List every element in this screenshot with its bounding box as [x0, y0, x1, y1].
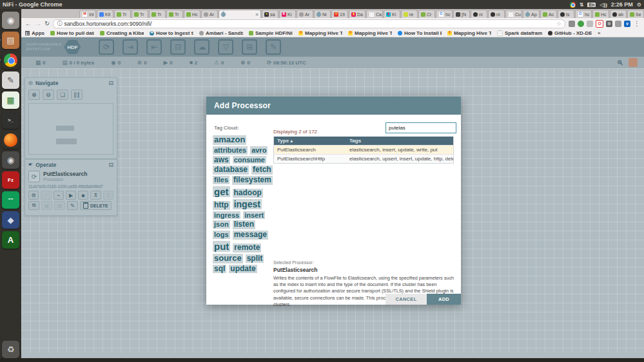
tab[interactable]: ts [558, 10, 574, 18]
tag-update[interactable]: update [229, 265, 257, 274]
tab[interactable]: Se [627, 10, 644, 18]
tag-insert[interactable]: insert [243, 211, 265, 220]
back-button[interactable]: ← [25, 21, 32, 27]
tab[interactable]: Ap [523, 10, 540, 18]
tab[interactable]: Tr [166, 10, 183, 18]
ubuntu-dash-icon[interactable]: ◉ [2, 12, 19, 29]
forward-button[interactable]: → [35, 21, 41, 27]
add-button[interactable]: ADD [427, 294, 461, 305]
bookmark-item[interactable]: Ambari - Sandbo [199, 30, 243, 36]
session-gear-icon[interactable]: ⚙ [637, 2, 641, 8]
tag-fetch[interactable]: fetch [251, 166, 273, 175]
cancel-button[interactable]: CANCEL [385, 294, 427, 305]
tab[interactable]: ni [471, 10, 487, 18]
bookmark-item[interactable]: ✣Mapping Hive Ta [348, 30, 392, 36]
keyboard-layout-indicator[interactable]: En [587, 3, 596, 7]
tab[interactable]: Ac [540, 10, 557, 18]
bookmark-item[interactable]: Creating a Kiban [100, 30, 144, 36]
ext-shield-icon[interactable] [615, 21, 621, 27]
tag-amazon[interactable]: amazon [213, 135, 246, 145]
url-text[interactable]: sandbox.hortonworks.com:9090/nifi/ [64, 21, 151, 27]
tab[interactable]: ▢Cu [505, 10, 522, 18]
tag-source[interactable]: source [213, 254, 243, 263]
reload-button[interactable]: ↻ [44, 21, 50, 27]
volume-icon[interactable]: ◁)) [600, 2, 607, 8]
bookmark-item[interactable]: ✣Mapping Hive Ta [447, 30, 491, 36]
bookmark-item[interactable]: WHow to Ingest th [150, 30, 193, 36]
tag-hadoop[interactable]: hadoop [233, 189, 263, 198]
tab[interactable]: MInl [79, 10, 96, 18]
tab[interactable]: Ghc [575, 10, 592, 18]
filezilla-icon[interactable]: Fz [2, 171, 19, 189]
table-header[interactable]: Type ▴ Tags [274, 137, 453, 145]
files-icon[interactable]: ▤ [2, 32, 19, 49]
processor-filter-input[interactable] [385, 122, 456, 133]
bookmark-item[interactable]: GitHub - XD-DEN [548, 30, 592, 36]
tab[interactable]: ab [610, 10, 627, 18]
tab[interactable]: re [401, 10, 418, 18]
screenshot-icon[interactable]: ◉ [2, 151, 19, 169]
terminal-icon[interactable]: >_ [2, 111, 19, 129]
tab[interactable]: ▮Da [349, 10, 366, 18]
tab[interactable]: ssa [262, 10, 278, 18]
tag-json[interactable]: json [213, 220, 230, 229]
updater-icon[interactable]: A [2, 231, 19, 249]
tag-get[interactable]: get [213, 186, 230, 197]
tab-close-icon[interactable]: × [255, 12, 259, 17]
tab[interactable]: Ar [297, 10, 313, 18]
tab[interactable]: KKi [279, 10, 296, 18]
tag-aws[interactable]: aws [213, 156, 230, 165]
tag-http[interactable]: http [213, 201, 230, 210]
tab[interactable]: ▮Ki [384, 10, 400, 18]
bookmarks-overflow-icon[interactable]: » [598, 30, 600, 36]
tag-split[interactable]: split [246, 254, 264, 263]
bookmark-item[interactable]: How to pull data [50, 30, 94, 36]
apps-shortcut[interactable]: Apps [25, 30, 44, 36]
network-arrows-icon[interactable]: ⇅ [580, 2, 584, 8]
tab[interactable]: Hc [592, 10, 609, 18]
tab[interactable]: Tr [149, 10, 166, 18]
virtualbox-icon[interactable]: ◆ [2, 211, 19, 229]
tab[interactable]: ni [488, 10, 505, 18]
tag-sql[interactable]: sql [213, 265, 226, 274]
tag-message[interactable]: message [233, 231, 268, 240]
trash-icon[interactable]: ♻ [2, 341, 19, 358]
ext-grey-icon[interactable] [569, 21, 575, 27]
tray-chrome-icon[interactable] [570, 2, 576, 8]
tag-avro[interactable]: avro [250, 146, 268, 155]
bookmark-item[interactable]: ✣Mapping Hive Ta [298, 30, 342, 36]
clock[interactable]: 2:26 PM [611, 1, 633, 8]
firefox-icon[interactable] [2, 131, 19, 149]
ext-gear-icon[interactable]: ⚙ [606, 21, 612, 27]
tag-listen[interactable]: listen [233, 220, 255, 229]
tab-nifi-active[interactable]: × [219, 10, 261, 18]
bookmark-item[interactable]: How To Install El [398, 30, 442, 36]
tag-ingress[interactable]: ingress [213, 211, 240, 220]
tag-consume[interactable]: consume [233, 156, 266, 164]
tab[interactable]: Ni [314, 10, 331, 18]
bookmark-item[interactable]: ▢Spark dataframe [497, 30, 542, 36]
tab[interactable]: Hc [184, 10, 200, 18]
address-bar[interactable]: ⓘ sandbox.hortonworks.com:9090/nifi/ ☆ [53, 19, 565, 28]
tag-attributes[interactable]: attributes [213, 146, 248, 155]
text-editor-icon[interactable]: ✎ [2, 71, 19, 89]
tab[interactable]: Tr [132, 10, 148, 18]
libreoffice-calc-icon[interactable]: ▦ [2, 91, 19, 109]
hangouts-icon[interactable]: ”” [2, 191, 19, 209]
tab[interactable]: KIl [97, 10, 113, 18]
bookmark-item[interactable]: Sample HDF/NiF [249, 30, 293, 36]
bookmark-star-icon[interactable]: ☆ [556, 21, 561, 27]
chrome-icon[interactable] [2, 52, 19, 69]
table-row[interactable]: PutElasticsearchHttpelasticsearch, upser… [274, 154, 453, 163]
tag-put[interactable]: put [213, 241, 230, 252]
ext-blue-v-icon[interactable]: v [624, 21, 630, 27]
tag-database[interactable]: database [213, 166, 249, 175]
tag-ingest[interactable]: ingest [233, 199, 262, 209]
tag-remote[interactable]: remote [233, 243, 261, 252]
ext-light-icon[interactable] [587, 21, 593, 27]
tab[interactable]: [N [453, 10, 470, 18]
tag-logs[interactable]: logs [213, 231, 230, 239]
tab[interactable]: ▢Ca [366, 10, 383, 18]
table-row[interactable]: PutElasticsearchelasticsearch, insert, u… [274, 145, 453, 154]
ext-red-o-icon[interactable]: O [596, 20, 603, 28]
